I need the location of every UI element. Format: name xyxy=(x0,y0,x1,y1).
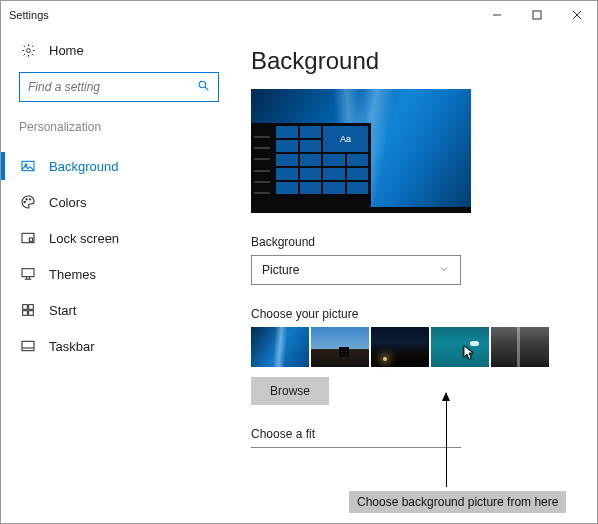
svg-point-4 xyxy=(26,49,30,53)
browse-button[interactable]: Browse xyxy=(251,377,329,405)
nav-start[interactable]: Start xyxy=(19,292,221,328)
lockscreen-icon xyxy=(19,230,37,246)
picture-thumb-4[interactable] xyxy=(431,327,489,367)
palette-icon xyxy=(19,194,37,210)
background-select[interactable]: Picture xyxy=(251,255,461,285)
svg-rect-14 xyxy=(22,269,34,277)
nav-label: Background xyxy=(49,159,118,174)
nav-taskbar[interactable]: Taskbar xyxy=(19,328,221,364)
background-value: Picture xyxy=(262,263,299,277)
nav-colors[interactable]: Colors xyxy=(19,184,221,220)
start-icon xyxy=(19,302,37,318)
svg-point-11 xyxy=(29,199,30,200)
preview-sample-tile: Aa xyxy=(323,126,368,152)
svg-line-2 xyxy=(573,11,581,19)
maximize-button[interactable] xyxy=(517,1,557,29)
taskbar-icon xyxy=(19,338,37,354)
titlebar: Settings xyxy=(1,1,597,29)
minimize-button[interactable] xyxy=(477,1,517,29)
svg-rect-18 xyxy=(29,311,34,316)
svg-rect-13 xyxy=(29,238,32,241)
nav-themes[interactable]: Themes xyxy=(19,256,221,292)
sidebar: Home Personalization Background Colors xyxy=(1,29,231,523)
fit-label: Choose a fit xyxy=(251,427,575,441)
svg-rect-16 xyxy=(29,305,34,310)
home-link[interactable]: Home xyxy=(19,43,221,58)
annotation-text: Choose background picture from here xyxy=(349,491,566,513)
close-button[interactable] xyxy=(557,1,597,29)
main-panel: Background Aa Background Picture xyxy=(231,29,597,523)
svg-line-6 xyxy=(205,87,208,90)
picture-thumb-3[interactable] xyxy=(371,327,429,367)
nav-lockscreen[interactable]: Lock screen xyxy=(19,220,221,256)
page-title: Background xyxy=(251,47,575,75)
section-label: Personalization xyxy=(19,120,221,134)
svg-rect-15 xyxy=(23,305,28,310)
picture-thumbnails xyxy=(251,327,575,367)
nav-label: Themes xyxy=(49,267,96,282)
picture-thumb-1[interactable] xyxy=(251,327,309,367)
nav-label: Taskbar xyxy=(49,339,95,354)
desktop-preview: Aa xyxy=(251,89,471,213)
svg-point-10 xyxy=(26,199,27,200)
svg-rect-1 xyxy=(533,11,541,19)
search-input[interactable] xyxy=(19,72,219,102)
picture-icon xyxy=(19,158,37,174)
picture-thumb-5[interactable] xyxy=(491,327,549,367)
svg-point-9 xyxy=(24,201,25,202)
cursor-icon xyxy=(463,345,475,361)
search-field[interactable] xyxy=(28,80,197,94)
svg-point-5 xyxy=(199,81,206,88)
svg-line-3 xyxy=(573,11,581,19)
nav-background[interactable]: Background xyxy=(19,148,221,184)
nav-label: Colors xyxy=(49,195,87,210)
fit-select[interactable] xyxy=(251,447,461,449)
search-icon xyxy=(197,79,210,95)
svg-rect-19 xyxy=(22,341,34,350)
picture-thumb-2[interactable] xyxy=(311,327,369,367)
gear-icon xyxy=(19,43,37,58)
nav-label: Lock screen xyxy=(49,231,119,246)
nav-label: Start xyxy=(49,303,76,318)
svg-rect-17 xyxy=(23,311,28,316)
chevron-down-icon xyxy=(438,263,450,278)
window-title: Settings xyxy=(9,9,49,21)
annotation-arrow xyxy=(446,393,447,487)
background-label: Background xyxy=(251,235,575,249)
choose-picture-label: Choose your picture xyxy=(251,307,575,321)
home-label: Home xyxy=(49,43,84,58)
themes-icon xyxy=(19,266,37,282)
